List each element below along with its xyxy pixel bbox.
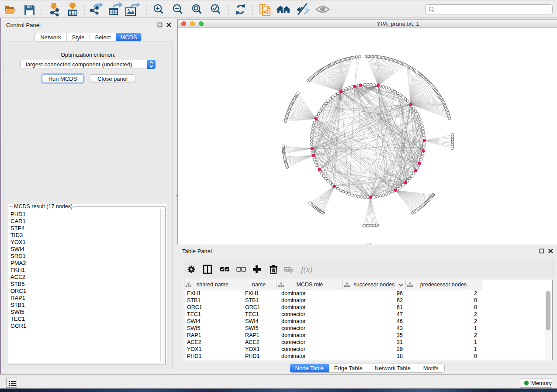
svg-text:f(x): f(x) <box>301 265 312 274</box>
